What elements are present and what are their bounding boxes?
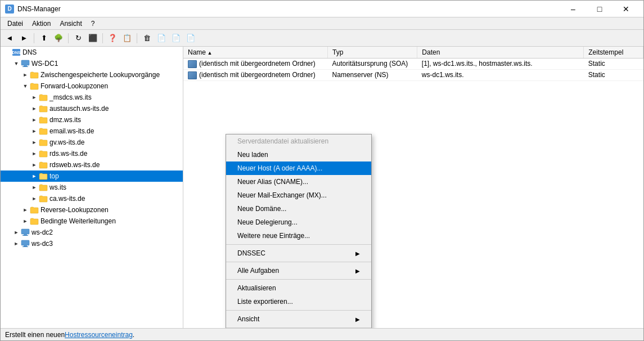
tree-item-ca[interactable]: ► ca.ws-its.de (1, 193, 183, 204)
ctx-sep-4 (226, 310, 371, 311)
ctx-more-new[interactable]: Weitere neue Einträge... (226, 229, 371, 243)
status-link[interactable]: Hostressourceneintrag (65, 331, 133, 339)
table-row[interactable]: (identisch mit übergeordnetem Ordner) Na… (183, 69, 643, 80)
menu-aktion[interactable]: Aktion (28, 19, 55, 29)
help-button[interactable]: ❓ (106, 32, 119, 45)
tree-item-gv[interactable]: ► gv.ws-its.de (1, 137, 183, 148)
folder-cache-icon (30, 70, 39, 79)
expand-icon (3, 48, 12, 57)
expand-ws: ► (30, 183, 39, 192)
menu-ansicht[interactable]: Ansicht (55, 19, 86, 29)
tree-label-ws-dc1: WS-DC1 (31, 60, 58, 68)
folder-ca-icon (39, 194, 48, 203)
ctx-new-host[interactable]: Neuer Host (A oder AAAA)... (226, 161, 371, 175)
content-panel: Name Typ Daten Zeitstempel (identisch mi… (183, 47, 643, 328)
cell-daten: [1], ws-dc1.ws.its., hostmaster.ws.its. (417, 59, 584, 70)
col-header-name[interactable]: Name (183, 47, 328, 59)
tree-panel: DNS DNS ▼ WS-DC1 ► Zwischengespeicherte … (1, 47, 183, 328)
table-row[interactable]: (identisch mit übergeordnetem Ordner) Au… (183, 59, 643, 70)
tree-item-rds[interactable]: ► rds.ws-its.de (1, 148, 183, 159)
tree-label-bedingte: Bedingte Weiterleitungen (40, 217, 116, 225)
close-button[interactable]: ✕ (613, 1, 639, 17)
folder-top-icon (39, 172, 48, 181)
tree-item-rdsweb[interactable]: ► rdsweb.ws-its.de (1, 159, 183, 170)
properties-button[interactable]: 📄 (155, 32, 168, 45)
ctx-new-mail[interactable]: Neuer Mail-Exchanger (MX)... (226, 189, 371, 202)
folder-dmz-icon (39, 115, 48, 124)
cell-daten: ws-dc1.ws.its. (417, 69, 584, 80)
menu-bar: Datei Aktion Ansicht ? (1, 17, 643, 30)
show-tree-button[interactable]: 🌳 (52, 32, 65, 45)
tree-item-ws-dc2[interactable]: ► ws-dc2 (1, 227, 183, 238)
ctx-view-arrow: ▶ (355, 316, 360, 322)
ctx-update[interactable]: Aktualisieren (226, 281, 371, 295)
expand-msdcs: ► (30, 93, 39, 102)
col-header-typ[interactable]: Typ (328, 47, 417, 59)
expand-dmz: ► (30, 115, 39, 124)
record-icon (188, 60, 197, 68)
status-bar: Erstellt einen neuen Hostressourceneintr… (1, 328, 643, 340)
menu-help[interactable]: ? (87, 19, 100, 29)
status-text-suffix: . (133, 331, 134, 339)
svg-rect-8 (21, 240, 29, 245)
main-area: DNS DNS ▼ WS-DC1 ► Zwischengespeicherte … (1, 47, 643, 328)
expand-ws-dc2: ► (12, 228, 21, 237)
maximize-button[interactable]: □ (587, 1, 613, 17)
tree-item-bedingte[interactable]: ► Bedingte Weiterleitungen (1, 216, 183, 227)
tree-label-ws-dc3: ws-dc3 (31, 240, 53, 248)
tree-label-forward: Forward-Lookupzonen (40, 82, 108, 90)
svg-rect-5 (21, 229, 29, 234)
tree-item-ws[interactable]: ► ws.its (1, 182, 183, 193)
cell-typ: Autoritätsursprung (SOA) (328, 59, 417, 70)
expand-ws-dc3: ► (12, 239, 21, 248)
ctx-new-delegation[interactable]: Neue Delegierung... (226, 216, 371, 229)
clipboard-button[interactable]: 📋 (120, 32, 134, 45)
tree-item-forward[interactable]: ▼ Forward-Lookupzonen (1, 80, 183, 92)
back-button[interactable]: ◄ (3, 32, 16, 45)
ctx-dnssec-label: DNSSEC (237, 249, 265, 257)
tree-item-ws-dc3[interactable]: ► ws-dc3 (1, 238, 183, 249)
menu-datei[interactable]: Datei (3, 19, 28, 29)
refresh-button[interactable]: ↻ (71, 32, 85, 45)
tree-label-gv: gv.ws-its.de (49, 138, 84, 146)
tree-item-reverse[interactable]: ► Reverse-Lookupzonen (1, 204, 183, 216)
expand-rdsweb: ► (30, 160, 39, 169)
tree-item-msdcs[interactable]: ► _msdcs.ws.its (1, 92, 183, 103)
computer-dc2-icon (21, 228, 30, 237)
tree-item-dmz[interactable]: ► dmz.ws.its (1, 114, 183, 125)
ctx-reload[interactable]: Neu laden (226, 148, 371, 161)
status-text-prefix: Erstellt einen neuen (5, 331, 65, 339)
export-button[interactable]: ⬛ (86, 32, 100, 45)
expand-cache: ► (21, 70, 30, 79)
ctx-new-alias[interactable]: Neuer Alias (CNAME)... (226, 175, 371, 189)
computer-dc3-icon (21, 239, 30, 248)
ctx-view[interactable]: Ansicht ▶ (226, 312, 371, 326)
tree-label-rds: rds.ws-its.de (49, 150, 87, 158)
folder-gv-icon (39, 138, 48, 147)
forward-button[interactable]: ► (17, 32, 31, 45)
tree-label-austausch: austausch.ws-its.de (49, 105, 109, 113)
tree-item-top[interactable]: ► top (1, 170, 183, 182)
delete-button[interactable]: 🗑 (140, 32, 154, 45)
ctx-dnssec[interactable]: DNSSEC ▶ (226, 246, 371, 260)
expand-forward: ▼ (21, 82, 30, 91)
cell-typ: Namenserver (NS) (328, 69, 417, 80)
title-buttons: – □ ✕ (560, 1, 639, 17)
col-header-daten[interactable]: Daten (417, 47, 584, 59)
up-button[interactable]: ⬆ (37, 32, 51, 45)
tree-item-email[interactable]: ► email.ws-its.de (1, 125, 183, 137)
folder-rdsweb-icon (39, 160, 48, 169)
col-header-zeitstempel[interactable]: Zeitstempel (584, 47, 643, 59)
tree-label-rdsweb: rdsweb.ws-its.de (49, 161, 100, 169)
ctx-export[interactable]: Liste exportieren... (226, 295, 371, 308)
tree-item-dns[interactable]: DNS DNS (1, 47, 183, 58)
tree-item-austausch[interactable]: ► austausch.ws-its.de (1, 103, 183, 114)
ctx-all-tasks[interactable]: Alle Aufgaben ▶ (226, 264, 371, 277)
new-button[interactable]: 📄 (169, 32, 183, 45)
view-button[interactable]: 📄 (184, 32, 197, 45)
tree-item-cache[interactable]: ► Zwischengespeicherte Lookupvorgänge (1, 69, 183, 80)
minimize-button[interactable]: – (560, 1, 586, 17)
ctx-new-domain[interactable]: Neue Domäne... (226, 202, 371, 216)
tree-item-ws-dc1[interactable]: ▼ WS-DC1 (1, 58, 183, 69)
toolbar-sep-1 (34, 33, 34, 43)
